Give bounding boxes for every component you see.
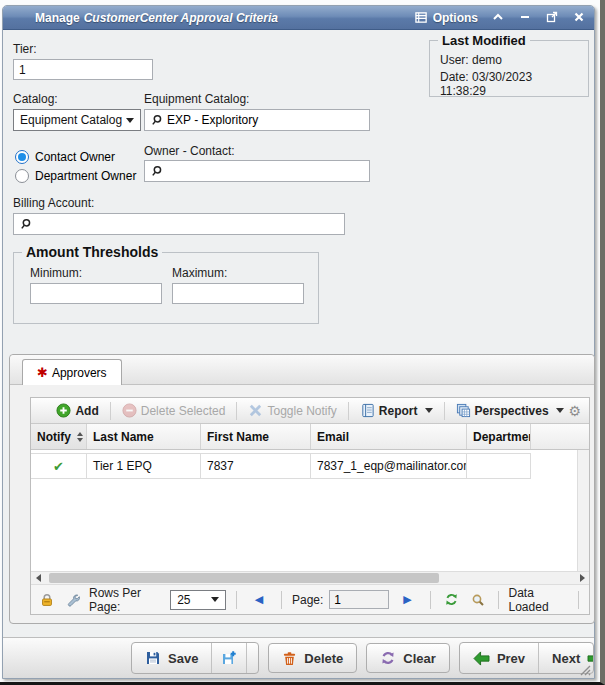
cell-department [467,454,531,478]
owner-contact-input[interactable] [163,162,369,180]
resize-grip[interactable] [578,662,591,675]
delete-selected-button[interactable]: Delete Selected [115,403,233,418]
save-and-close-button[interactable] [246,643,259,673]
options-label: Options [433,11,478,25]
save-delete-icon [256,650,259,666]
table-row[interactable]: ✔ Tier 1 EPQ 7837 7837_1_eqp@mailinator.… [31,453,531,479]
approvers-panel: ✱ Approvers Add Delete Selected To [9,354,595,624]
rows-per-page-select[interactable]: 25 [170,590,226,610]
department-owner-label: Department Owner [35,169,136,183]
toggle-notify-icon [248,403,263,418]
column-header-notify[interactable]: Notify [31,424,87,449]
search-icon[interactable] [150,114,163,127]
grid-body: ✔ Tier 1 EPQ 7837 7837_1_eqp@mailinator.… [31,450,589,571]
chevron-down-icon [556,408,564,413]
equipment-catalog-input[interactable] [163,111,369,129]
footer-bar: Save Delete Clear Prev Next [3,637,594,678]
save-button-group: Save [131,642,259,674]
billing-account-input[interactable] [32,215,344,233]
catalog-label: Catalog: [13,92,58,106]
tab-approvers-label: Approvers [52,366,107,380]
required-icon: ✱ [37,365,48,380]
clear-button[interactable]: Clear [366,643,450,673]
search-icon[interactable] [19,218,32,231]
page-input[interactable] [329,590,389,609]
wrench-icon[interactable] [63,593,83,607]
grid-toolbar: Add Delete Selected Toggle Notify Report [31,398,589,424]
search-icon[interactable] [150,165,163,178]
dialog-window: Manage CustomerCenter Approval Criteria … [2,5,595,679]
scroll-left-icon[interactable] [31,572,45,584]
grid-header: Notify Last Name First Name Email Depart… [31,424,589,450]
refresh-icon[interactable] [441,592,462,607]
column-header-first-name[interactable]: First Name [201,424,311,449]
last-modified-date: Date: 03/30/2023 11:38:29 [440,70,580,98]
minimum-label: Minimum: [30,266,82,280]
search-icon[interactable] [468,593,488,607]
contact-owner-radio[interactable]: Contact Owner [15,150,115,164]
approvers-grid: Add Delete Selected Toggle Notify Report [30,397,590,615]
remove-icon [122,403,137,418]
report-button[interactable]: Report [353,403,440,418]
last-modified-user: User: demo [440,53,580,67]
save-add-icon [221,650,237,666]
minimum-input[interactable] [30,283,162,304]
delete-button[interactable]: Delete [268,643,357,673]
cell-last-name: Tier 1 EPQ [87,454,201,478]
pager-status: Data Loaded [509,586,569,614]
column-header-email[interactable]: Email [311,424,467,449]
report-icon [360,403,375,418]
column-header-department[interactable]: Department [467,424,531,449]
maximum-label: Maximum: [172,266,227,280]
titlebar[interactable]: Manage CustomerCenter Approval Criteria … [3,6,594,30]
equipment-catalog-label: Equipment Catalog: [144,92,249,106]
prev-next-button-group: Prev Next [459,642,594,674]
add-icon [56,403,71,418]
maximum-input[interactable] [172,283,304,304]
popout-icon[interactable] [546,11,559,24]
owner-contact-label: Owner - Contact: [144,144,235,158]
save-button[interactable]: Save [132,643,211,673]
minimize-icon[interactable] [519,11,532,24]
cell-first-name: 7837 [201,454,311,478]
perspectives-icon [456,403,471,418]
clear-icon [380,650,396,666]
equipment-catalog-field [144,109,370,131]
sort-icon [77,432,83,442]
add-button[interactable]: Add [49,403,105,418]
scrollbar-thumb[interactable] [49,573,439,583]
tab-approvers[interactable]: ✱ Approvers [22,359,122,385]
billing-account-field [13,213,345,235]
owner-contact-field [144,160,370,182]
next-page-icon[interactable]: ▶ [395,593,419,606]
gear-icon[interactable]: ⚙ [568,404,581,418]
chevron-down-icon [126,118,134,123]
column-header-filler [531,424,589,449]
toggle-notify-button[interactable]: Toggle Notify [241,403,343,418]
vertical-scrollbar[interactable] [577,450,589,571]
notify-check-icon: ✔ [53,459,64,474]
column-header-last-name[interactable]: Last Name [87,424,201,449]
prev-page-icon[interactable]: ◀ [247,593,271,606]
lock-icon[interactable] [37,593,57,607]
trash-icon [282,651,297,666]
prev-button[interactable]: Prev [460,643,538,673]
save-icon [145,650,161,666]
tier-input[interactable] [13,59,153,80]
save-and-new-button[interactable] [211,643,246,673]
rows-per-page-label: Rows Per Page: [89,586,164,614]
department-owner-radio[interactable]: Department Owner [15,169,136,183]
tabstrip: ✱ Approvers [10,355,594,385]
perspectives-button[interactable]: Perspectives [449,403,571,418]
scroll-right-icon[interactable] [575,572,589,584]
chevron-down-icon [425,408,433,413]
collapse-icon[interactable] [492,11,505,24]
radio-selected-icon [15,150,29,164]
last-modified-legend: Last Modified [438,33,530,48]
grid-pager: Rows Per Page: 25 ◀ Page: ▶ [31,585,589,614]
catalog-select[interactable]: Equipment Catalog [13,109,141,131]
close-icon[interactable] [573,11,586,24]
options-button[interactable]: Options [415,11,478,25]
horizontal-scrollbar[interactable] [31,571,589,585]
arrow-left-icon [473,651,490,666]
